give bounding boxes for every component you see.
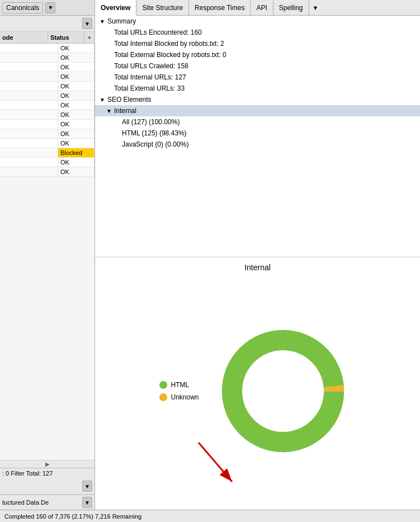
table-row[interactable]: OK [0,139,95,148]
td-status: OK [58,120,95,129]
chart-area: Internal HTML Unknown [95,257,420,510]
td-mode [0,167,58,176]
table-row[interactable]: OK [0,63,95,72]
legend-item-html: HTML [159,381,199,389]
summary-item-2: Total External Blocked by robots.txt: 0 [95,49,420,60]
donut-chart [210,318,356,464]
internal-label: Internal [114,107,136,115]
table-row[interactable]: OK [0,101,95,110]
table-row[interactable]: OK [0,91,95,101]
internal-item-0: All (127) (100.00%) [95,116,420,128]
left-panel-footer: : 0 Filter Total: 127 [0,468,95,478]
td-mode [0,110,58,119]
td-status: OK [58,101,95,110]
table-row[interactable]: OK [0,110,95,120]
seo-arrow: ▼ [100,97,105,103]
td-mode [0,82,58,91]
internal-item-1: HTML (125) (98.43%) [95,128,420,139]
table-row[interactable]: OK [0,72,95,82]
table-row[interactable]: OK [0,120,95,129]
summary-label: Summary [107,17,136,25]
td-status: OK [58,53,95,62]
col-mode: ode [0,33,48,42]
canonicals-dropdown[interactable]: ▼ [45,2,55,13]
table-row[interactable]: OK [0,53,95,63]
summary-item-1: Total Internal Blocked by robots.txt: 2 [95,38,420,49]
main-area: ▼ ode Status + OKOKOKOKOKOKOKOKOKOKOKBlo… [0,16,420,510]
td-status: OK [58,82,95,91]
tab-response-times[interactable]: Response Times [189,0,251,15]
left-panel-bottom-toolbar: ▼ [0,478,95,495]
table-header: ode Status + [0,32,95,44]
table-rows: OKOKOKOKOKOKOKOKOKOKOKBlockedOKOK [0,44,95,460]
col-plus[interactable]: + [84,33,95,42]
internal-header[interactable]: ▼ Internal [95,105,420,116]
status-text: Completed 160 of 7,376 (2.17%) 7,216 Rem… [4,513,141,520]
td-mode [0,120,58,129]
td-status: OK [58,63,95,72]
td-status: Blocked [58,148,95,157]
legend-item-unknown: Unknown [159,393,199,401]
td-status: OK [58,139,95,148]
td-status: OK [58,158,95,167]
table-row[interactable]: OK [0,44,95,53]
left-toolbar-dropdown[interactable]: ▼ [82,18,92,29]
summary-header[interactable]: ▼ Summary [95,16,420,27]
td-mode [0,53,58,62]
right-panel: ▼ Summary Total URLs Encountered: 160 To… [95,16,420,510]
td-mode [0,158,58,167]
chart-legend: HTML Unknown [159,381,199,401]
summary-item-0: Total URLs Encountered: 160 [95,27,420,38]
table-row[interactable]: OK [0,158,95,167]
seo-elements-label: SEO Elements [107,96,152,104]
tab-api[interactable]: API [251,0,273,15]
td-mode [0,44,58,53]
table-row[interactable]: OK [0,129,95,139]
scroll-right-icon: ▶ [45,461,50,467]
seo-elements-header[interactable]: ▼ SEO Elements [95,94,420,105]
td-mode [0,63,58,72]
td-mode [0,139,58,148]
left-panel-header: Canonicals ▼ [0,0,95,15]
td-mode [0,129,58,138]
td-status: OK [58,91,95,100]
legend-label-html: HTML [171,381,189,389]
summary-item-3: Total URLs Crawled: 158 [95,60,420,72]
col-status: Status [48,33,84,42]
td-mode [0,101,58,110]
left-panel: ▼ ode Status + OKOKOKOKOKOKOKOKOKOKOKBlo… [0,16,95,510]
td-status: OK [58,44,95,53]
svg-point-3 [242,350,324,432]
status-bar: Completed 160 of 7,376 (2.17%) 7,216 Rem… [0,510,420,522]
td-status: OK [58,129,95,138]
donut-svg [210,318,356,464]
tab-bar: Canonicals ▼ Overview Site Structure Res… [0,0,420,16]
bottom-label-dropdown[interactable]: ▼ [82,497,92,508]
bottom-label: tuctured Data De [2,499,49,506]
td-mode [0,72,58,81]
tab-spelling[interactable]: Spelling [273,0,309,15]
left-bottom-dropdown[interactable]: ▼ [82,481,92,492]
tab-overflow[interactable]: ▼ [309,0,322,15]
legend-label-unknown: Unknown [171,393,199,401]
canonicals-button[interactable]: Canonicals [2,2,43,13]
internal-arrow: ▼ [106,108,112,114]
table-row[interactable]: OK [0,82,95,91]
summary-arrow: ▼ [100,18,105,25]
chart-title: Internal [244,263,271,272]
internal-item-2: JavaScript (0) (0.00%) [95,139,420,150]
legend-dot-html [159,381,167,389]
table-row[interactable]: OK [0,167,95,177]
td-status: OK [58,110,95,119]
td-status: OK [58,72,95,81]
tab-site-structure[interactable]: Site Structure [136,0,189,15]
summary-item-5: Total External URLs: 33 [95,83,420,94]
summary-item-4: Total Internal URLs: 127 [95,72,420,83]
legend-dot-unknown [159,393,167,401]
tab-overview[interactable]: Overview [95,0,136,16]
left-panel-toolbar: ▼ [0,16,95,32]
td-status: OK [58,167,95,176]
td-mode [0,91,58,100]
table-row[interactable]: Blocked [0,148,95,158]
chart-container: HTML Unknown [101,278,414,504]
